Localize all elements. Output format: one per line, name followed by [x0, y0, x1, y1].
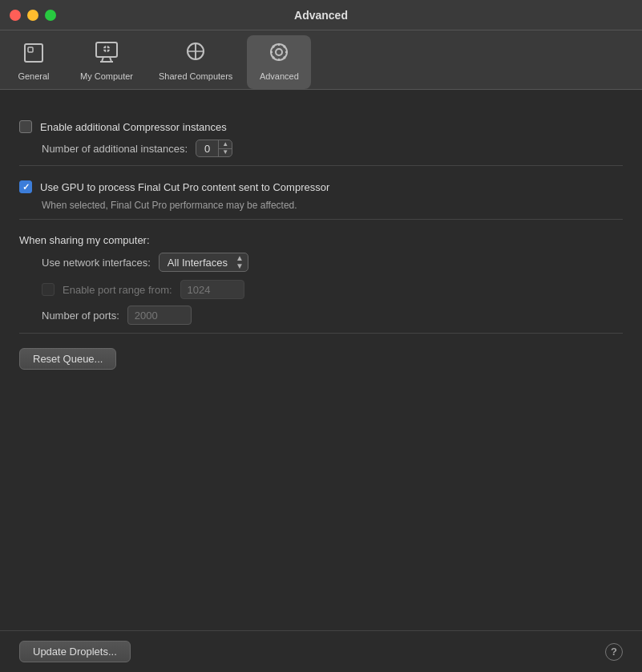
maximize-button[interactable]	[45, 10, 56, 21]
update-droplets-button[interactable]: Update Droplets...	[19, 641, 131, 662]
num-ports-label: Number of ports:	[42, 310, 119, 322]
tab-general[interactable]: General	[2, 36, 66, 89]
title-bar: Advanced	[0, 0, 642, 30]
tab-general-label: General	[18, 71, 49, 81]
sharing-header-row: When sharing my computer:	[19, 234, 623, 246]
stepper-down-arrow[interactable]: ▼	[219, 149, 232, 157]
section-compressor-instances: Enable additional Compressor instances N…	[19, 106, 623, 165]
tab-advanced-label: Advanced	[260, 71, 299, 81]
compressor-instances-row: Enable additional Compressor instances	[19, 120, 623, 133]
num-instances-row: Number of additional instances: 0 ▲ ▼	[42, 140, 623, 157]
sharing-header-label: When sharing my computer:	[19, 234, 150, 246]
num-ports-row: Number of ports:	[42, 306, 623, 325]
minimize-button[interactable]	[27, 10, 38, 21]
traffic-lights	[10, 10, 56, 21]
gpu-row: Use GPU to process Final Cut Pro content…	[19, 180, 623, 193]
enable-additional-instances-label: Enable additional Compressor instances	[40, 121, 227, 133]
network-interfaces-select[interactable]: All Interfaces Wi-Fi Ethernet	[159, 253, 248, 272]
svg-rect-0	[25, 44, 42, 62]
instances-stepper[interactable]: 0 ▲ ▼	[196, 140, 232, 157]
port-range-label: Enable port range from:	[63, 284, 172, 296]
svg-point-14	[276, 49, 282, 55]
stepper-arrows: ▲ ▼	[219, 140, 232, 156]
main-window: Advanced General	[0, 0, 642, 672]
shared-computers-icon	[183, 40, 208, 68]
tab-advanced[interactable]: Advanced	[247, 35, 311, 89]
use-gpu-label: Use GPU to process Final Cut Pro content…	[40, 181, 329, 193]
network-select-wrapper: All Interfaces Wi-Fi Ethernet ▲▼	[159, 253, 248, 272]
network-interfaces-label: Use network interfaces:	[42, 257, 151, 269]
tab-my-computer-label: My Computer	[80, 71, 133, 81]
reset-queue-section: Reset Queue...	[19, 333, 623, 374]
svg-rect-1	[28, 47, 33, 52]
help-button[interactable]: ?	[605, 643, 623, 661]
section-sharing: When sharing my computer: Use network in…	[19, 219, 623, 333]
enable-additional-instances-checkbox[interactable]	[19, 120, 32, 133]
content-area: Enable additional Compressor instances N…	[0, 90, 642, 630]
footer: Update Droplets... ?	[0, 630, 642, 672]
num-instances-label: Number of additional instances:	[42, 143, 188, 155]
port-range-input[interactable]	[180, 280, 244, 299]
toolbar: General My Computer	[0, 30, 642, 90]
use-gpu-checkbox[interactable]	[19, 180, 32, 193]
network-interfaces-row: Use network interfaces: All Interfaces W…	[42, 253, 623, 272]
instances-value: 0	[196, 140, 219, 156]
general-icon	[22, 41, 46, 68]
advanced-icon	[267, 40, 291, 68]
section-gpu: Use GPU to process Final Cut Pro content…	[19, 165, 623, 219]
window-title: Advanced	[294, 9, 348, 22]
close-button[interactable]	[10, 10, 21, 21]
enable-port-range-checkbox[interactable]	[42, 283, 55, 296]
tab-shared-computers-label: Shared Computers	[159, 71, 232, 81]
gpu-hint: When selected, Final Cut Pro performance…	[42, 200, 623, 211]
my-computer-icon	[94, 40, 119, 68]
stepper-up-arrow[interactable]: ▲	[219, 140, 232, 149]
reset-queue-button[interactable]: Reset Queue...	[19, 348, 116, 370]
num-ports-input[interactable]	[127, 306, 192, 325]
port-range-row: Enable port range from:	[42, 280, 623, 299]
tab-shared-computers[interactable]: Shared Computers	[147, 35, 244, 89]
tab-my-computer[interactable]: My Computer	[69, 35, 144, 89]
